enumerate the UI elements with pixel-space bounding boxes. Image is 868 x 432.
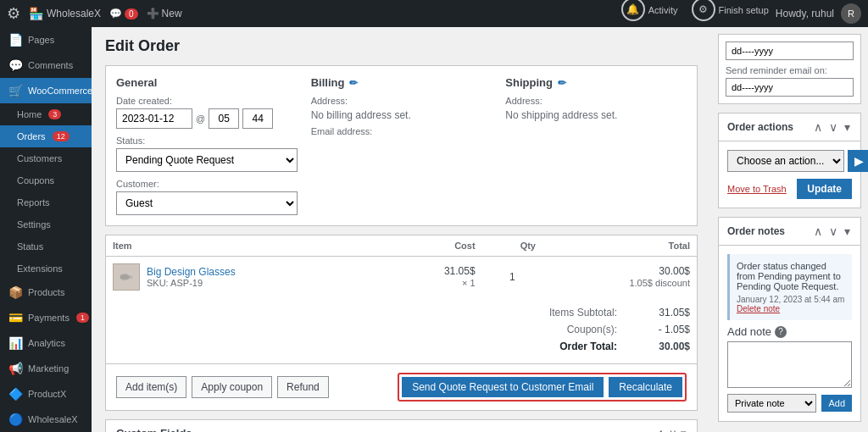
notifications-count[interactable]: 💬 0 [109, 8, 138, 19]
update-button[interactable]: Update [797, 179, 852, 199]
products-icon: 📦 [8, 285, 23, 299]
general-title: General [116, 76, 298, 89]
site-name[interactable]: 🏪 WholesaleX [29, 7, 101, 20]
status-label: Status: [116, 136, 298, 146]
sidebar-item-comments[interactable]: 💬 Comments [0, 53, 92, 78]
custom-fields-collapse-down[interactable]: ∨ [669, 427, 677, 432]
recalculate-button[interactable]: Recalculate [609, 377, 682, 397]
sidebar-item-payments[interactable]: 💳 Payments 1 [0, 305, 92, 330]
run-action-button[interactable]: ▶ [848, 150, 868, 172]
sidebar-item-woocommerce[interactable]: 🛒 WooCommerce [0, 78, 92, 103]
sidebar-item-status[interactable]: Status [0, 235, 92, 258]
subtotal-label: Items Subtotal: [515, 307, 617, 318]
sidebar-item-products[interactable]: 📦 Products [0, 280, 92, 305]
date-label: Date created: [116, 96, 298, 106]
date-field-1[interactable] [726, 42, 854, 60]
order-actions-section: Order actions ∧ ∨ ▾ Choose an action... … [718, 113, 861, 208]
billing-address-label: Address: [311, 96, 492, 106]
item-col-header: Item [106, 235, 389, 257]
note-textarea[interactable] [727, 341, 852, 388]
apply-coupon-button[interactable]: Apply coupon [192, 376, 272, 398]
sidebar-item-productx[interactable]: 🔷 ProductX [0, 381, 92, 407]
order-note-item: Order status changed from Pending paymen… [727, 254, 852, 320]
items-section: Item Cost Qty Total [105, 235, 698, 411]
add-note-button[interactable]: Add [821, 395, 852, 412]
comments-icon: 💬 [8, 58, 23, 72]
at-symbol: @ [196, 114, 205, 124]
order-actions-title: Order actions [727, 121, 793, 133]
customer-select[interactable]: Guest [116, 191, 298, 215]
status-select[interactable]: Pending Quote Request [116, 148, 298, 172]
qty-col-header: Qty [482, 235, 542, 257]
new-button[interactable]: ➕ New [147, 8, 182, 19]
shipping-section: Shipping ✏ Address: No shipping address … [505, 76, 687, 215]
refund-button[interactable]: Refund [277, 376, 329, 398]
note-type-select[interactable]: Private note [727, 394, 816, 413]
product-name-link[interactable]: Big Design Glasses [147, 266, 236, 278]
order-total-label: Order Total: [515, 341, 617, 352]
wholesalex-icon: 🔵 [8, 413, 23, 426]
add-note-help-icon: ? [775, 326, 787, 338]
billing-title: Billing [311, 76, 345, 89]
delete-note-link[interactable]: Delete note [737, 304, 780, 313]
move-to-trash-link[interactable]: Move to Trash [727, 184, 787, 194]
add-note-area: Add note ? Private note Add [727, 325, 852, 413]
order-notes-toggle[interactable]: ▾ [843, 224, 852, 238]
productx-icon: 🔷 [8, 387, 23, 401]
analytics-icon: 📊 [8, 336, 23, 350]
shipping-edit-icon[interactable]: ✏ [558, 77, 566, 89]
shipping-address-label: Address: [505, 96, 687, 106]
reminder-section: Send reminder email on: [718, 34, 861, 104]
time-hour-input[interactable] [209, 108, 239, 129]
marketing-icon: 📢 [8, 362, 23, 375]
sidebar-item-marketing[interactable]: 📢 Marketing [0, 356, 92, 381]
note-meta: January 12, 2023 at 5:44 am Delete note [737, 295, 845, 313]
sidebar-item-pages[interactable]: 📄 Pages [0, 27, 92, 53]
order-action-select[interactable]: Choose an action... [727, 150, 844, 172]
send-reminder-label: Send reminder email on: [726, 65, 854, 75]
sidebar-item-home[interactable]: Home 3 [0, 103, 92, 125]
order-actions-up[interactable]: ∧ [812, 120, 824, 134]
subtotal-value: 31.05$ [631, 307, 690, 318]
page-title: Edit Order [105, 37, 698, 55]
product-qty: 1 [482, 257, 542, 298]
order-notes-up[interactable]: ∧ [812, 224, 824, 238]
sidebar-item-orders[interactable]: Orders 12 [0, 125, 92, 147]
sidebar-item-reports[interactable]: Reports [0, 191, 92, 213]
add-items-button[interactable]: Add item(s) [116, 376, 186, 398]
sidebar-item-settings[interactable]: Settings [0, 213, 92, 235]
sidebar-item-extensions[interactable]: Extensions [0, 258, 92, 280]
time-min-input[interactable] [242, 108, 273, 129]
custom-fields-toggle[interactable]: ▾ [681, 427, 687, 432]
billing-edit-icon[interactable]: ✏ [349, 77, 358, 89]
user-avatar[interactable]: R [841, 3, 861, 24]
sidebar-item-coupons[interactable]: Coupons [0, 169, 92, 191]
billing-address-value: No billing address set. [311, 109, 411, 121]
sidebar-item-customers[interactable]: Customers [0, 147, 92, 169]
general-billing-shipping-section: General Date created: @ Status: [105, 65, 698, 226]
finish-setup-button[interactable]: ⚙ Finish setup [692, 0, 769, 23]
send-quote-button[interactable]: Send Quote Request to Customer Email [402, 377, 604, 397]
custom-fields-collapse-up[interactable]: ∧ [657, 427, 665, 432]
billing-email-label: Email address: [311, 126, 492, 136]
order-actions-down[interactable]: ∨ [827, 120, 839, 134]
billing-section: Billing ✏ Address: No billing address se… [311, 76, 492, 215]
activity-button[interactable]: 🔔 Activity [621, 0, 678, 23]
order-actions-toggle[interactable]: ▾ [843, 120, 852, 134]
custom-fields-title: Custom Fields [116, 427, 192, 432]
order-notes-title: Order notes [727, 225, 785, 237]
date-input[interactable] [116, 108, 192, 129]
date-field-2[interactable] [726, 78, 854, 97]
shipping-address-value: No shipping address set. [505, 109, 617, 121]
howdy-text: Howdy, ruhul [776, 8, 834, 19]
order-notes-down[interactable]: ∨ [827, 224, 839, 238]
cost-col-header: Cost [389, 235, 482, 257]
discount-text: 1.05$ discount [629, 278, 690, 288]
shipping-title: Shipping [505, 76, 553, 89]
general-section: General Date created: @ Status: [116, 76, 298, 215]
product-total: 30.00$ 1.05$ discount [542, 257, 697, 298]
custom-fields-section: Custom Fields ∧ ∨ ▾ Add New Custom Field… [105, 419, 698, 432]
sidebar-item-wholesalex[interactable]: 🔵 WholesaleX [0, 407, 92, 432]
sidebar-item-analytics[interactable]: 📊 Analytics [0, 330, 92, 356]
product-cost: 31.05$× 1 [389, 257, 482, 298]
